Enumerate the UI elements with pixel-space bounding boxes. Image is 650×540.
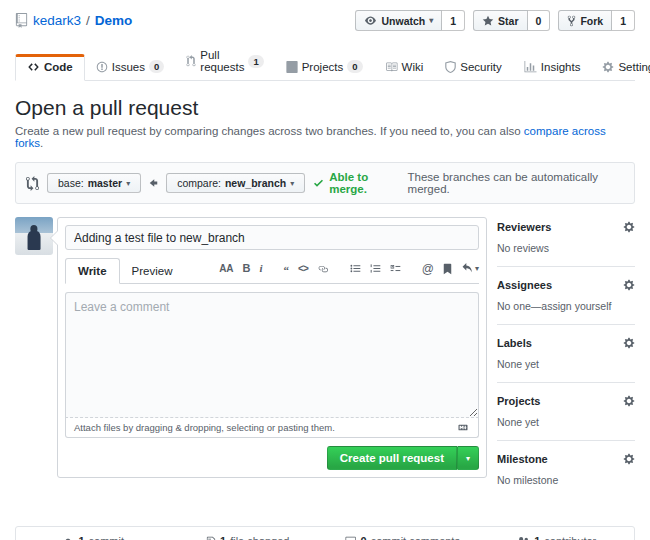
repo-icon: [15, 13, 28, 28]
repo-nav: Code Issues 0 Pull requests 1 Projects 0…: [15, 43, 635, 81]
tab-insights-label: Insights: [541, 61, 581, 73]
avatar: [15, 217, 53, 255]
tasklist-icon[interactable]: [390, 263, 401, 274]
issue-icon: [96, 61, 108, 73]
list-unordered-icon[interactable]: [350, 263, 361, 274]
stat-commits-count: 1: [78, 535, 84, 540]
gear-icon[interactable]: [623, 221, 635, 233]
unwatch-button[interactable]: Unwatch ▾: [355, 10, 442, 31]
gear-icon: [602, 61, 614, 73]
fork-button[interactable]: Fork: [558, 10, 612, 31]
reviewers-body: No reviews: [497, 242, 635, 254]
diff-stats-bar: 1 commit 1 file changed 0 commit comment…: [15, 526, 635, 540]
stat-files-changed[interactable]: 1 file changed: [171, 535, 326, 540]
mention-icon[interactable]: @: [422, 263, 434, 275]
stat-contributors-count: 1: [534, 535, 540, 540]
assignees-title: Assignees: [497, 279, 552, 291]
base-branch-selector[interactable]: base: master ▾: [47, 173, 141, 193]
tab-projects[interactable]: Projects 0: [275, 54, 374, 80]
stat-contributors-label: contributor: [544, 535, 596, 540]
pull-request-icon: [186, 55, 196, 67]
tab-insights[interactable]: Insights: [513, 55, 592, 80]
milestone-title: Milestone: [497, 453, 548, 465]
create-pull-request-dropdown[interactable]: ▾: [457, 446, 479, 470]
italic-icon[interactable]: i: [260, 263, 263, 274]
page-description-period: .: [40, 137, 43, 149]
code-snippet-icon[interactable]: <>: [298, 264, 308, 274]
chevron-down-icon: ▾: [475, 264, 479, 273]
sidebar-section-milestone: Milestone No milestone: [497, 449, 635, 498]
sidebar-section-labels: Labels None yet: [497, 333, 635, 383]
compare-prefix: compare:: [177, 177, 221, 189]
watchers-count[interactable]: 1: [442, 10, 465, 31]
check-icon: [313, 177, 324, 189]
stat-comments-label: commit comments: [371, 535, 460, 540]
star-button[interactable]: Star: [473, 10, 527, 31]
text-size-icon[interactable]: AA: [219, 264, 233, 274]
stat-commits-label: commit: [89, 535, 124, 540]
project-icon: [286, 61, 298, 73]
markdown-toolbar: AA B i “ <> @ ▾: [219, 263, 479, 279]
merge-status-bold: Able to merge.: [329, 171, 402, 195]
page-title: Open a pull request: [15, 96, 635, 120]
stat-commits[interactable]: 1 commit: [16, 535, 171, 540]
gear-icon[interactable]: [623, 279, 635, 291]
sidebar-section-reviewers: Reviewers No reviews: [497, 217, 635, 267]
reply-menu[interactable]: ▾: [461, 263, 479, 274]
tab-pull-requests[interactable]: Pull requests 1: [175, 43, 274, 80]
tab-code-label: Code: [44, 61, 73, 73]
gear-icon[interactable]: [623, 395, 635, 407]
tab-code[interactable]: Code: [15, 54, 85, 81]
gear-icon[interactable]: [623, 453, 635, 465]
link-icon[interactable]: [317, 264, 329, 274]
create-pull-request-button[interactable]: Create pull request: [327, 446, 457, 470]
repo-owner-link[interactable]: kedark3: [33, 13, 81, 28]
tab-settings[interactable]: Settings: [591, 55, 650, 80]
tab-write[interactable]: Write: [65, 258, 120, 284]
tab-pull-requests-label: Pull requests: [200, 49, 244, 73]
branch-compare-bar: base: master ▾ compare: new_branch ▾ Abl…: [15, 162, 635, 204]
stat-contributors[interactable]: 1 contributor: [480, 535, 635, 540]
labels-title: Labels: [497, 337, 532, 349]
forks-count[interactable]: 1: [612, 10, 635, 31]
comment-icon: [345, 536, 357, 540]
bold-icon[interactable]: B: [243, 263, 251, 274]
gear-icon[interactable]: [623, 337, 635, 349]
chevron-down-icon: ▾: [290, 179, 294, 188]
tab-security-label: Security: [460, 61, 502, 73]
saved-replies-icon[interactable]: [443, 263, 452, 275]
chevron-down-icon: ▾: [126, 179, 130, 188]
arrow-left-icon: [149, 177, 158, 189]
attach-files-text: Attach files by dragging & dropping, sel…: [74, 422, 335, 433]
base-branch-name: master: [88, 177, 122, 189]
pr-title-input[interactable]: [65, 225, 479, 250]
eye-icon: [364, 15, 377, 26]
tab-issues[interactable]: Issues 0: [85, 54, 176, 80]
commit-icon: [62, 536, 74, 540]
quote-icon[interactable]: “: [284, 265, 290, 273]
repo-actions: Unwatch ▾ 1 Star 0 Fork 1: [355, 10, 635, 31]
markdown-icon[interactable]: [456, 423, 470, 432]
tab-security[interactable]: Security: [434, 55, 513, 80]
repo-header: kedark3 / Demo Unwatch ▾ 1 Star 0: [15, 10, 635, 31]
merge-status: Able to merge. These branches can be aut…: [313, 171, 624, 195]
tab-projects-label: Projects: [302, 61, 344, 73]
reviewers-title: Reviewers: [497, 221, 551, 233]
base-prefix: base:: [58, 177, 84, 189]
stat-commit-comments[interactable]: 0 commit comments: [325, 535, 480, 540]
projects-body: None yet: [497, 416, 635, 428]
compare-branch-selector[interactable]: compare: new_branch ▾: [166, 173, 305, 193]
form-actions: Create pull request ▾: [65, 446, 479, 470]
stat-files-label: file changed: [230, 535, 289, 540]
list-ordered-icon[interactable]: [370, 263, 381, 274]
tab-preview[interactable]: Preview: [120, 259, 185, 283]
git-compare-icon: [26, 176, 39, 191]
book-icon: [385, 61, 398, 73]
stars-count[interactable]: 0: [528, 10, 551, 31]
unwatch-label: Unwatch: [381, 15, 425, 27]
comment-textarea[interactable]: [65, 292, 479, 418]
tab-wiki[interactable]: Wiki: [374, 55, 435, 80]
attach-files-bar[interactable]: Attach files by dragging & dropping, sel…: [65, 418, 479, 438]
repo-name-link[interactable]: Demo: [95, 13, 133, 28]
merge-status-text: These branches can be automatically merg…: [408, 171, 624, 195]
